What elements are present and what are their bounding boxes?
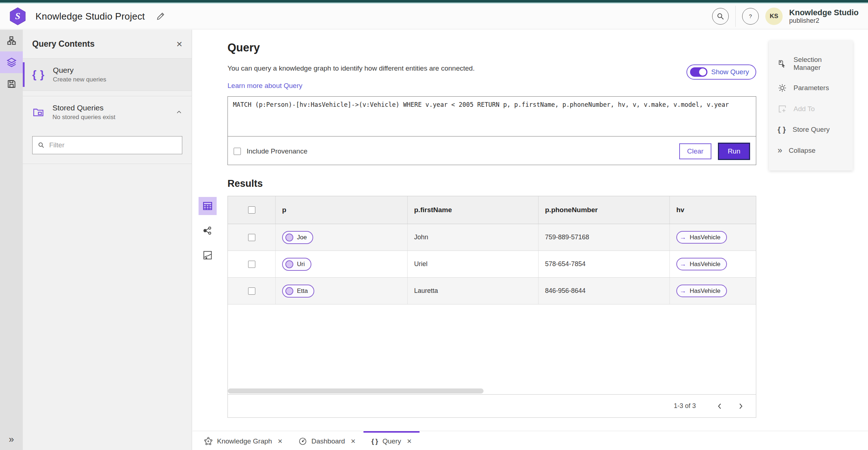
scrollbar-thumb[interactable] <box>228 388 484 394</box>
layers-icon[interactable] <box>0 51 23 73</box>
cell-phonenumber: 578-654-7854 <box>538 251 669 277</box>
stored-queries-subtitle: No stored queries exist <box>52 114 115 121</box>
map-view-icon[interactable] <box>199 246 217 264</box>
stored-queries-title: Stored Queries <box>52 104 115 112</box>
query-editor-box: MATCH (p:Person)-[hv:HasVehicle]->(v:Veh… <box>227 96 756 165</box>
query-tools-panel: Selection Manager Parameters Add To { } … <box>769 41 853 171</box>
collapse-label: Collapse <box>789 147 816 155</box>
arrow-right-icon: → <box>680 234 686 241</box>
relationship-pill[interactable]: →HasVehicle <box>676 258 727 270</box>
user-avatar[interactable]: KS <box>765 8 783 25</box>
run-button[interactable]: Run <box>718 143 750 160</box>
node-icon <box>285 260 293 268</box>
close-panel-icon[interactable]: × <box>176 39 182 49</box>
edit-title-icon[interactable] <box>156 12 165 21</box>
arrow-right-icon: → <box>680 260 686 268</box>
help-button[interactable]: ? <box>742 8 759 25</box>
filter-search-icon <box>38 142 45 149</box>
username: publisher2 <box>789 17 859 25</box>
tab-label: Query <box>382 437 401 445</box>
close-tab-icon[interactable]: × <box>278 437 282 446</box>
relationship-pill[interactable]: →HasVehicle <box>676 285 727 297</box>
cell-phonenumber: 759-889-57168 <box>538 224 669 251</box>
node-icon <box>285 234 293 241</box>
entity-pill[interactable]: Joe <box>282 231 313 244</box>
relationship-pill[interactable]: →HasVehicle <box>676 231 727 244</box>
collapse-item[interactable]: » Collapse <box>769 140 853 161</box>
table-empty-space <box>228 304 756 388</box>
selection-manager-item[interactable]: Selection Manager <box>769 50 853 77</box>
next-page-button[interactable] <box>735 400 746 412</box>
table-row[interactable]: Joe John 759-889-57168 →HasVehicle <box>228 224 756 251</box>
column-header-p[interactable]: p <box>275 196 407 224</box>
save-icon[interactable] <box>0 73 23 95</box>
left-icon-rail: » <box>0 30 23 450</box>
prev-page-button[interactable] <box>714 400 726 412</box>
dashboard-icon <box>298 437 307 446</box>
panel-item-stored-queries[interactable]: Stored Queries No stored queries exist <box>23 96 192 128</box>
user-info: Knowledge Studio publisher2 <box>789 8 859 25</box>
gear-icon <box>778 83 787 93</box>
row-checkbox[interactable] <box>248 234 255 241</box>
column-header-firstname[interactable]: p.firstName <box>407 196 538 224</box>
clear-button[interactable]: Clear <box>679 143 711 159</box>
tab-knowledge-graph[interactable]: Knowledge Graph × <box>196 431 290 450</box>
tab-label: Dashboard <box>311 437 345 445</box>
learn-more-link[interactable]: Learn more about Query <box>227 82 302 90</box>
double-chevron-right-icon: » <box>778 146 782 155</box>
add-to-icon <box>778 104 787 114</box>
parameters-item[interactable]: Parameters <box>769 77 853 98</box>
tab-dashboard[interactable]: Dashboard × <box>290 431 363 450</box>
graph-view-icon[interactable] <box>199 222 217 240</box>
column-header-phonenumber[interactable]: p.phoneNumber <box>538 196 669 224</box>
table-footer: 1-3 of 3 <box>228 394 756 417</box>
query-contents-panel: Query Contents × { } Query Create new qu… <box>23 30 192 450</box>
bottom-tab-bar: Knowledge Graph × Dashboard × { } Query … <box>192 431 868 450</box>
top-teal-strip <box>0 0 868 4</box>
table-header-row: p p.firstName p.phoneNumber hv <box>228 196 756 224</box>
svg-text:S: S <box>15 11 20 21</box>
tab-query[interactable]: { } Query × <box>363 431 420 450</box>
filter-field-wrap <box>32 136 182 154</box>
project-title: Knowledge Studio Project <box>35 11 145 22</box>
pagination-range: 1-3 of 3 <box>674 402 696 410</box>
tab-label: Knowledge Graph <box>217 437 272 445</box>
entity-pill[interactable]: Etta <box>282 285 314 298</box>
toggle-switch-on[interactable] <box>690 67 707 77</box>
close-tab-icon[interactable]: × <box>351 437 356 446</box>
braces-icon: { } <box>371 437 378 445</box>
table-view-icon[interactable] <box>199 197 217 215</box>
horizontal-scrollbar[interactable] <box>228 388 756 394</box>
table-row[interactable]: Uri Uriel 578-654-7854 →HasVehicle <box>228 251 756 278</box>
svg-text:?: ? <box>749 13 752 19</box>
page-title: Query <box>227 41 756 54</box>
selection-manager-label: Selection Manager <box>793 56 844 72</box>
close-tab-icon[interactable]: × <box>407 437 412 446</box>
relationship-label: HasVehicle <box>690 287 720 295</box>
app-logo: S <box>9 7 26 25</box>
entity-label: Etta <box>297 287 308 295</box>
select-all-checkbox[interactable] <box>248 206 255 214</box>
panel-item-query[interactable]: { } Query Create new queries <box>23 59 192 91</box>
relationship-label: HasVehicle <box>690 261 720 268</box>
expand-rail-icon[interactable]: » <box>9 434 14 445</box>
include-provenance-checkbox[interactable] <box>234 148 241 155</box>
table-row[interactable]: Etta Lauretta 846-956-8644 →HasVehicle <box>228 278 756 304</box>
filter-input[interactable] <box>49 141 177 149</box>
data-model-icon[interactable] <box>0 30 23 51</box>
entity-pill[interactable]: Uri <box>282 258 311 271</box>
cell-firstname: Uriel <box>407 251 538 277</box>
column-header-hv[interactable]: hv <box>669 196 756 224</box>
show-query-toggle[interactable]: Show Query <box>686 64 756 80</box>
store-query-item[interactable]: { } Store Query <box>769 119 853 140</box>
results-table: p p.firstName p.phoneNumber hv Joe John … <box>227 196 756 418</box>
parameters-label: Parameters <box>793 84 829 92</box>
row-checkbox[interactable] <box>248 287 255 295</box>
query-textarea[interactable]: MATCH (p:Person)-[hv:HasVehicle]->(v:Veh… <box>228 97 756 136</box>
row-checkbox[interactable] <box>248 261 255 268</box>
search-button[interactable] <box>712 8 729 25</box>
collapse-section-icon[interactable] <box>176 109 182 115</box>
knowledge-graph-icon <box>204 437 213 446</box>
node-icon <box>285 287 293 295</box>
braces-icon: { } <box>778 125 786 134</box>
